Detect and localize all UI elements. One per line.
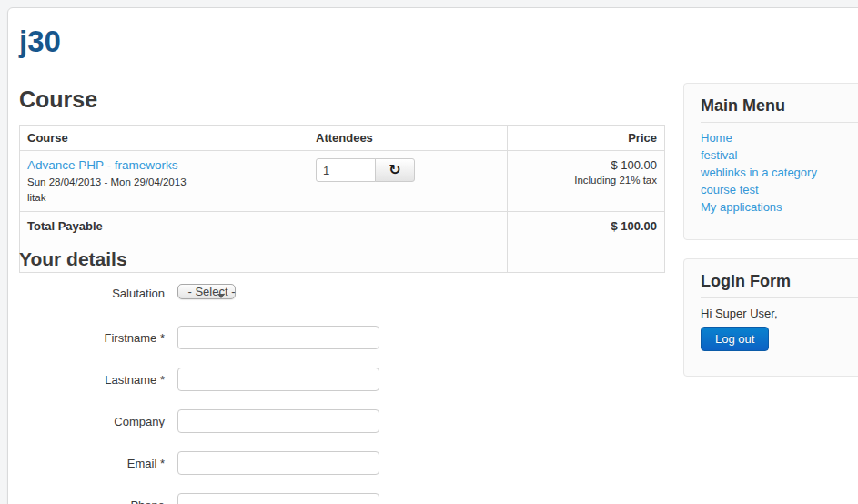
form-row-phone: Phone <box>19 493 379 504</box>
course-location: litak <box>27 192 300 203</box>
menu-item-festival: festival <box>701 146 858 164</box>
total-payable-amount: $ 100.00 <box>508 212 665 273</box>
email-label: Email * <box>19 451 165 470</box>
course-info-cell: Advance PHP - frameworks Sun 28/04/2013 … <box>20 151 308 212</box>
chevron-down-icon <box>217 294 225 298</box>
column-header-attendees: Attendees <box>308 126 508 151</box>
phone-label: Phone <box>19 493 165 504</box>
menu-item-my-applications: My applications <box>701 198 858 216</box>
menu-link-home[interactable]: Home <box>701 129 732 146</box>
course-title-link[interactable]: Advance PHP - frameworks <box>27 158 178 172</box>
form-row-lastname: Lastname * <box>19 368 379 391</box>
email-field[interactable] <box>177 451 379 475</box>
menu-link-weblinks[interactable]: weblinks in a category <box>701 164 817 181</box>
lastname-field[interactable] <box>177 368 379 391</box>
salutation-selected-value: - Select - <box>187 285 235 298</box>
course-dates: Sun 28/04/2013 - Mon 29/04/2013 <box>27 176 300 187</box>
login-form-module: Login Form Hi Super User, Log out <box>683 258 858 377</box>
refresh-attendees-button[interactable]: ↻ <box>375 158 415 182</box>
phone-field[interactable] <box>177 493 379 504</box>
course-row: Advance PHP - frameworks Sun 28/04/2013 … <box>20 151 665 212</box>
menu-link-festival[interactable]: festival <box>701 146 737 164</box>
main-menu-list: Home festival weblinks in a category cou… <box>701 129 858 216</box>
menu-item-weblinks: weblinks in a category <box>701 164 858 181</box>
menu-item-course-test: course test <box>701 181 858 198</box>
details-section-heading: Your details <box>19 248 127 270</box>
attendees-input[interactable] <box>316 158 376 182</box>
course-table-header-row: Course Attendees Price <box>20 126 665 151</box>
menu-link-my-applications[interactable]: My applications <box>701 198 782 216</box>
menu-link-course-test[interactable]: course test <box>701 181 759 198</box>
attendees-input-group: ↻ <box>316 158 500 182</box>
main-menu-title: Main Menu <box>701 96 858 123</box>
firstname-label: Firstname * <box>19 326 165 345</box>
page-container: j30 Course Course Attendees Price Advanc… <box>7 7 858 504</box>
lastname-label: Lastname * <box>19 368 165 387</box>
course-price: $ 100.00 <box>515 158 657 172</box>
attendees-cell: ↻ <box>308 151 508 212</box>
price-cell: $ 100.00 Including 21% tax <box>508 151 665 212</box>
column-header-course: Course <box>20 126 308 151</box>
login-greeting: Hi Super User, <box>701 307 858 320</box>
column-header-price: Price <box>508 126 665 151</box>
salutation-select[interactable]: - Select - <box>177 284 236 299</box>
form-row-salutation: Salutation - Select - <box>19 281 236 303</box>
course-section-heading: Course <box>19 86 97 113</box>
menu-item-home: Home <box>701 129 858 146</box>
company-label: Company <box>19 409 165 428</box>
main-menu-module: Main Menu Home festival weblinks in a ca… <box>683 83 858 240</box>
refresh-icon: ↻ <box>389 163 400 177</box>
company-field[interactable] <box>177 409 379 433</box>
form-row-firstname: Firstname * <box>19 326 379 349</box>
form-row-email: Email * <box>19 451 379 475</box>
logout-button[interactable]: Log out <box>701 327 769 351</box>
form-row-company: Company <box>19 409 379 433</box>
tax-note: Including 21% tax <box>515 175 657 186</box>
firstname-field[interactable] <box>177 326 379 349</box>
login-form-title: Login Form <box>701 272 858 298</box>
site-title-link[interactable]: j30 <box>19 23 61 60</box>
salutation-label: Salutation <box>19 281 165 300</box>
